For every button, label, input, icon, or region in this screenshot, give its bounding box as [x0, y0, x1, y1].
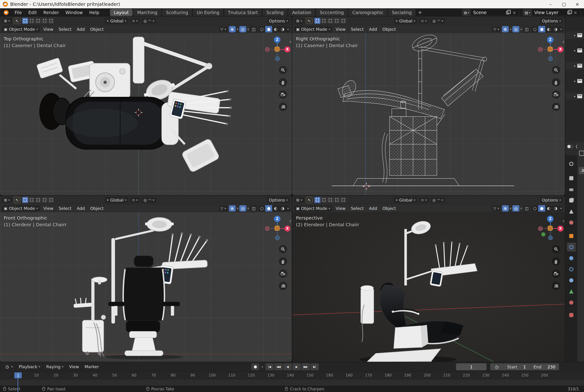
- gizmos-toggle[interactable]: ⊕: [229, 205, 236, 212]
- new-scene-icon[interactable]: [506, 11, 509, 14]
- tab-object-data[interactable]: [567, 287, 576, 296]
- region-toggle-arrow[interactable]: ‹: [562, 218, 565, 224]
- workspace-tab[interactable]: Layout: [110, 9, 133, 16]
- gizmo-x-axis[interactable]: X: [558, 46, 564, 52]
- shading-wireframe-button[interactable]: ○: [531, 205, 538, 212]
- ortho-perspective-toggle[interactable]: [552, 102, 560, 111]
- select-mode-extend[interactable]: [29, 197, 35, 203]
- workspace-tab[interactable]: Scalling: [262, 9, 287, 16]
- start-frame-field[interactable]: Start 1: [503, 363, 530, 370]
- select-mode-subtract[interactable]: [35, 18, 41, 24]
- workspace-tab[interactable]: Aoliation: [288, 9, 315, 16]
- scene-name[interactable]: Scene: [473, 10, 504, 15]
- overlays-toggle[interactable]: ◎: [512, 205, 519, 212]
- end-frame-field[interactable]: End 230: [530, 363, 559, 370]
- menu-item[interactable]: File: [12, 9, 25, 16]
- viewport-right-orthographic[interactable]: ⊞ ▾ ↖ ⌖ Global ▾ ∩ ▾: [292, 17, 565, 195]
- workspace-tab[interactable]: Secialing: [388, 9, 416, 16]
- gizmos-toggle[interactable]: ⊕: [229, 26, 236, 32]
- proportional-edit-dropdown[interactable]: ◎ ◠ ▾: [430, 18, 445, 24]
- select-mode-box[interactable]: [22, 197, 28, 203]
- object-visibility-dropdown[interactable]: ▽ ▾: [492, 26, 501, 32]
- gizmo-center[interactable]: [275, 47, 280, 52]
- tab-world[interactable]: [567, 218, 576, 227]
- dental-chair-model-front[interactable]: [0, 212, 292, 362]
- select-mode-invert[interactable]: [41, 197, 47, 203]
- menu-view[interactable]: View: [334, 205, 347, 212]
- unlink-scene-icon[interactable]: ×: [512, 10, 517, 15]
- gizmo-z-negative[interactable]: [548, 236, 553, 240]
- gizmo-x-axis[interactable]: X: [284, 46, 290, 52]
- snap-toggle[interactable]: ∩ ▾: [130, 18, 140, 24]
- camera-view-button[interactable]: [552, 90, 560, 99]
- options-button[interactable]: Options ▾: [540, 197, 563, 203]
- shading-rendered-button[interactable]: ◑: [279, 205, 286, 212]
- shading-solid-button[interactable]: ●: [265, 205, 272, 212]
- remove-view-layer-icon[interactable]: ×: [573, 10, 578, 15]
- menu-item[interactable]: Edit: [26, 9, 40, 16]
- outliner-row[interactable]: ▸: [565, 92, 584, 100]
- menu-item[interactable]: Render: [41, 9, 62, 16]
- select-mode-intersect[interactable]: [340, 197, 346, 203]
- shading-rendered-button[interactable]: ◑: [552, 205, 559, 212]
- xray-toggle[interactable]: ◫: [250, 205, 257, 212]
- tab-material[interactable]: [567, 298, 576, 307]
- maximize-button[interactable]: ▢: [557, 0, 571, 8]
- tab-view-layer[interactable]: [567, 196, 576, 205]
- tab-modifiers[interactable]: [567, 243, 576, 252]
- region-toggle-arrow[interactable]: ‹: [562, 38, 565, 45]
- select-mode-box[interactable]: [314, 197, 320, 203]
- region-toggle-arrow[interactable]: ‹: [289, 218, 292, 224]
- pan-button[interactable]: [552, 257, 560, 266]
- shading-material-button[interactable]: ◐: [272, 26, 279, 32]
- gizmo-x-negative[interactable]: [265, 226, 270, 231]
- outliner-row[interactable]: ▸: [565, 62, 584, 69]
- options-button[interactable]: Options ▾: [267, 18, 290, 24]
- navigation-gizmo[interactable]: Z X: [538, 216, 563, 241]
- expand-icon[interactable]: ▸: [574, 64, 576, 68]
- shading-wireframe-button[interactable]: ○: [258, 26, 265, 32]
- menu-object[interactable]: Object: [88, 26, 105, 32]
- viewport-top-orthographic[interactable]: ⊞ ▾ ↖ ⌖ Global ▾ ∩ ▾: [0, 17, 292, 195]
- ortho-perspective-toggle[interactable]: [279, 282, 287, 290]
- menu-add[interactable]: Add: [367, 205, 379, 212]
- select-mode-extend[interactable]: [321, 18, 327, 24]
- menu-select[interactable]: Select: [349, 205, 366, 212]
- gizmo-x-axis[interactable]: X: [558, 226, 564, 232]
- mode-dropdown[interactable]: ▣ Object Made ▾: [294, 26, 332, 32]
- viewport-canvas[interactable]: [292, 212, 565, 362]
- menu-object[interactable]: Object: [88, 205, 105, 212]
- gizmo-x-negative[interactable]: [538, 226, 543, 231]
- expand-icon[interactable]: ▸: [574, 79, 576, 83]
- region-toggle-arrow[interactable]: ‹: [289, 38, 292, 45]
- select-mode-intersect[interactable]: [48, 197, 54, 203]
- transport-button[interactable]: ◀: [283, 363, 292, 370]
- ortho-perspective-toggle[interactable]: [552, 282, 560, 290]
- object-visibility-dropdown[interactable]: ▽ ▾: [219, 206, 228, 211]
- workspace-tab[interactable]: Marching: [133, 9, 161, 16]
- transport-button[interactable]: ▶▶: [301, 363, 310, 370]
- expand-icon[interactable]: ▸: [574, 94, 576, 98]
- editor-type-button[interactable]: ⊞ ▾: [2, 197, 12, 203]
- viewport-canvas[interactable]: [292, 33, 565, 195]
- timeline-editor-type-button[interactable]: ◷ ▾: [2, 364, 15, 370]
- select-mode-extend[interactable]: [321, 197, 327, 203]
- tab-object[interactable]: [567, 232, 576, 240]
- camera-view-button[interactable]: [279, 270, 287, 278]
- gizmo-x-axis[interactable]: X: [284, 226, 290, 232]
- navigation-gizmo[interactable]: Z X: [265, 216, 290, 241]
- menu-object[interactable]: Object: [381, 26, 398, 32]
- timeline-menu-view[interactable]: View: [67, 364, 81, 370]
- orientation-dropdown[interactable]: ⌖ Global ▾: [394, 18, 417, 24]
- transport-button[interactable]: ▶|: [310, 363, 319, 370]
- snap-toggle[interactable]: ∩ ▾: [419, 18, 429, 24]
- select-mode-subtract[interactable]: [35, 197, 41, 203]
- outliner-row[interactable]: ▸: [565, 47, 584, 54]
- tab-texture[interactable]: [567, 311, 576, 320]
- camera-view-button[interactable]: [279, 90, 287, 99]
- gizmo-z-axis[interactable]: Z: [547, 216, 554, 222]
- menu-object[interactable]: Object: [381, 205, 398, 212]
- menu-select[interactable]: Select: [349, 26, 366, 32]
- workspace-tab[interactable]: Scccenting: [316, 9, 348, 16]
- shading-wireframe-button[interactable]: ○: [258, 205, 265, 212]
